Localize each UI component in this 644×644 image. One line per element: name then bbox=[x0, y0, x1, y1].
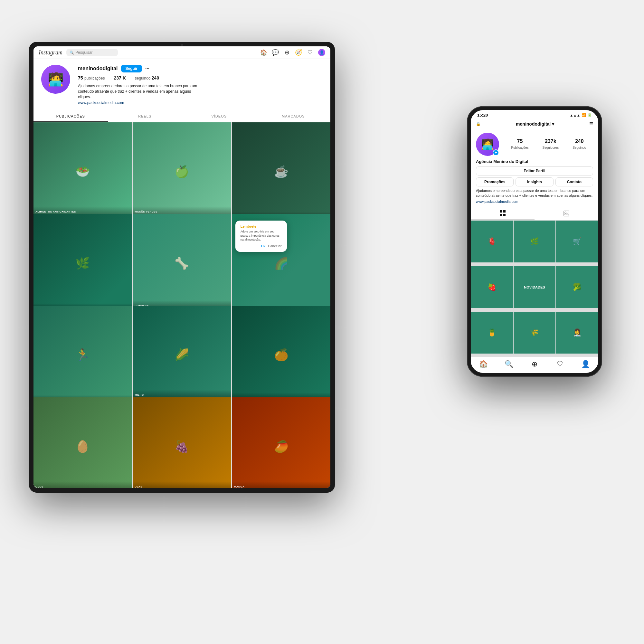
phone-nav-create[interactable]: ⊕ bbox=[522, 360, 547, 368]
phone-stat-publications: 75 Publicações bbox=[511, 138, 529, 150]
insights-button[interactable]: Insights bbox=[516, 177, 553, 186]
signal-icon: ▲▲▲ bbox=[570, 113, 580, 117]
phone-header: 🔒 meninododigital ▾ ≡ bbox=[471, 119, 598, 130]
list-item[interactable]: 🍓 bbox=[471, 266, 513, 308]
table-row[interactable]: 🌽 MILHO Mais do que um acompanhamento, u… bbox=[133, 306, 231, 404]
table-row[interactable]: 🏃 Exercício x Nutrição: Encontre o equil… bbox=[33, 306, 132, 404]
dialog-cancel-button[interactable]: Cancelar bbox=[268, 244, 281, 248]
message-icon[interactable]: 💬 bbox=[272, 49, 279, 56]
profile-icon[interactable]: 👤 bbox=[318, 49, 325, 56]
svg-rect-1 bbox=[503, 210, 506, 213]
phone-bio: Ajudamos empreendedores a passar de uma … bbox=[476, 188, 593, 198]
phone-bio-link[interactable]: www.packsocialmedia.com bbox=[476, 200, 518, 204]
svg-rect-2 bbox=[500, 214, 502, 216]
tablet-stats: 75 publicações 237 K seguindo 240 bbox=[78, 75, 323, 81]
promotions-button[interactable]: Promoções bbox=[476, 177, 514, 186]
table-row[interactable]: 🥗 ALIMENTOS ANTIOXIDANTES Proteja sua pe… bbox=[33, 122, 132, 221]
heart-icon[interactable]: ♡ bbox=[307, 49, 314, 56]
tablet-device: Instagram 🔍 Pesquisar 🏠 💬 ⊕ 🧭 ♡ 👤 🧑‍� bbox=[29, 42, 335, 493]
list-item[interactable]: 🫀 bbox=[471, 221, 513, 263]
dialog-ok-button[interactable]: Ok bbox=[261, 244, 265, 248]
svg-point-5 bbox=[565, 212, 566, 213]
search-icon: 🔍 bbox=[70, 51, 74, 55]
phone-stats-row: 75 Publicações 237k Seguidores 240 Segui… bbox=[504, 138, 593, 150]
svg-rect-0 bbox=[500, 210, 502, 213]
tablet-topbar: Instagram 🔍 Pesquisar 🏠 💬 ⊕ 🧭 ♡ 👤 bbox=[33, 46, 330, 59]
table-row[interactable]: 🍊 Conheça os superalimentos que toda mul… bbox=[232, 306, 330, 404]
lembrete-dialog: Lembrete Adote um arco-íris em seu prato… bbox=[235, 221, 287, 252]
table-row[interactable]: 🌿 Quais nutrientes essenciais toda mulhe… bbox=[33, 214, 132, 312]
tablet-tabs: PUBLICAÇÕES REELS VÍDEOS MARCADOS bbox=[33, 111, 330, 122]
tablet-nav-icons: 🏠 💬 ⊕ 🧭 ♡ 👤 bbox=[260, 49, 325, 56]
follow-button[interactable]: Seguir bbox=[121, 65, 142, 72]
phone-post-grid: 🫀 🌿 🛒 🍓 NOVIDADES 🥦 bbox=[471, 221, 598, 356]
tab-publicacoes[interactable]: PUBLICAÇÕES bbox=[33, 111, 108, 122]
tab-marcados[interactable]: MARCADOS bbox=[256, 111, 331, 122]
instagram-logo: Instagram bbox=[39, 49, 62, 56]
phone-device: 15:20 ▲▲▲ 📶 🔋 🔒 meninododigital ▾ ≡ bbox=[467, 106, 602, 377]
tablet-screen: Instagram 🔍 Pesquisar 🏠 💬 ⊕ 🧭 ♡ 👤 🧑‍� bbox=[33, 46, 330, 488]
tablet-link[interactable]: www.packsocialmedia.com bbox=[78, 100, 124, 105]
list-item[interactable]: 🥦 bbox=[556, 266, 598, 308]
explore-icon[interactable]: 🧭 bbox=[295, 49, 302, 56]
search-placeholder: Pesquisar bbox=[75, 50, 92, 55]
phone-nav-home[interactable]: 🏠 bbox=[471, 360, 496, 368]
table-row[interactable]: 🌈 Lembrete Adote um arco-íris em seu pra… bbox=[232, 214, 330, 312]
home-icon[interactable]: 🏠 bbox=[260, 49, 267, 56]
tablet-profile-info: meninododigital Seguir ··· 75 publicaçõe… bbox=[78, 65, 323, 105]
stat-publications: 75 publicações bbox=[78, 75, 105, 81]
edit-profile-button[interactable]: Editar Perfil bbox=[476, 166, 593, 175]
wifi-icon: 📶 bbox=[582, 113, 586, 117]
svg-rect-3 bbox=[503, 214, 506, 216]
hamburger-menu-icon[interactable]: ≡ bbox=[589, 120, 593, 128]
phone-nav-search[interactable]: 🔍 bbox=[496, 360, 522, 368]
table-row[interactable]: 🍇 UVAS Conheça os benefícios dessas pequ… bbox=[133, 397, 231, 488]
list-item[interactable]: 🍍 bbox=[471, 312, 513, 354]
scene: Instagram 🔍 Pesquisar 🏠 💬 ⊕ 🧭 ♡ 👤 🧑‍� bbox=[16, 16, 628, 628]
stat-following: seguindo 240 bbox=[135, 75, 159, 81]
table-row[interactable]: ☕ Comece o dia certo: o que comer no caf… bbox=[232, 122, 330, 221]
phone-nav-likes[interactable]: ♡ bbox=[547, 360, 573, 368]
avatar-image: 🧑‍💻 bbox=[48, 72, 64, 87]
phone-stat-following: 240 Seguindo bbox=[573, 138, 586, 150]
phone-display-name: Agência Menino do Digital bbox=[476, 159, 593, 164]
list-item[interactable]: 🛒 bbox=[556, 221, 598, 263]
tab-videos[interactable]: VÍDEOS bbox=[182, 111, 256, 122]
plus-icon[interactable]: ⊕ bbox=[283, 49, 290, 56]
phone-bottom-nav: 🏠 🔍 ⊕ ♡ 👤 bbox=[471, 356, 598, 373]
list-item[interactable]: 🌿 bbox=[514, 221, 556, 263]
phone-profile-row: 🧑‍💻 + 75 Publicações 237k Seguidores bbox=[476, 133, 593, 156]
table-row[interactable]: 🍏 MAÇÃS VERDES Uma opção refrescante e n… bbox=[133, 122, 231, 221]
stat-followers: 237 K bbox=[114, 75, 126, 81]
phone-grid-tabs bbox=[471, 207, 598, 221]
tab-reels[interactable]: REELS bbox=[108, 111, 182, 122]
phone-screen: 15:20 ▲▲▲ 📶 🔋 🔒 meninododigital ▾ ≡ bbox=[471, 110, 598, 373]
phone-tab-tagged[interactable] bbox=[535, 207, 598, 220]
phone-action-buttons: Editar Perfil bbox=[476, 166, 593, 175]
phone-status-bar: 15:20 ▲▲▲ 📶 🔋 bbox=[471, 110, 598, 119]
phone-nav-profile[interactable]: 👤 bbox=[573, 360, 598, 368]
tablet-profile: 🧑‍💻 meninododigital Seguir ··· 75 public… bbox=[33, 59, 330, 111]
phone-status-icons: ▲▲▲ 📶 🔋 bbox=[570, 113, 592, 117]
list-item[interactable]: NOVIDADES bbox=[514, 266, 556, 308]
phone-stat-followers: 237k Seguidores bbox=[543, 138, 559, 150]
list-item[interactable]: 👩‍⚕️ bbox=[556, 312, 598, 354]
table-row[interactable]: 🦴 CONHEÇA os 5 alimentos que podem ajuda… bbox=[133, 214, 231, 312]
list-item[interactable]: 🌾 bbox=[514, 312, 556, 354]
phone-username-header: meninododigital ▾ bbox=[516, 121, 554, 127]
tablet-bio: Ajudamos empreendedores a passar de uma … bbox=[78, 83, 200, 99]
phone-tab-grid[interactable] bbox=[471, 207, 535, 220]
more-options-icon[interactable]: ··· bbox=[145, 66, 149, 71]
tablet-avatar: 🧑‍💻 bbox=[41, 65, 70, 94]
lock-icon: 🔒 bbox=[476, 122, 481, 126]
phone-time: 15:20 bbox=[477, 113, 488, 118]
table-row[interactable]: 🥭 MANGA Uma explosão de sabor e nutrient… bbox=[232, 397, 330, 488]
contact-button[interactable]: Contato bbox=[555, 177, 593, 186]
table-row[interactable]: 🥚 OVOS Uma fonte completa de proteína pa… bbox=[33, 397, 132, 488]
tablet-username: meninododigital Seguir ··· bbox=[78, 65, 323, 72]
tablet-post-grid: 🥗 ALIMENTOS ANTIOXIDANTES Proteja sua pe… bbox=[33, 122, 330, 488]
tablet-search-bar[interactable]: 🔍 Pesquisar bbox=[66, 49, 118, 56]
battery-icon: 🔋 bbox=[587, 113, 592, 117]
add-story-button[interactable]: + bbox=[493, 149, 499, 156]
phone-profile-section: 🧑‍💻 + 75 Publicações 237k Seguidores bbox=[471, 130, 598, 207]
